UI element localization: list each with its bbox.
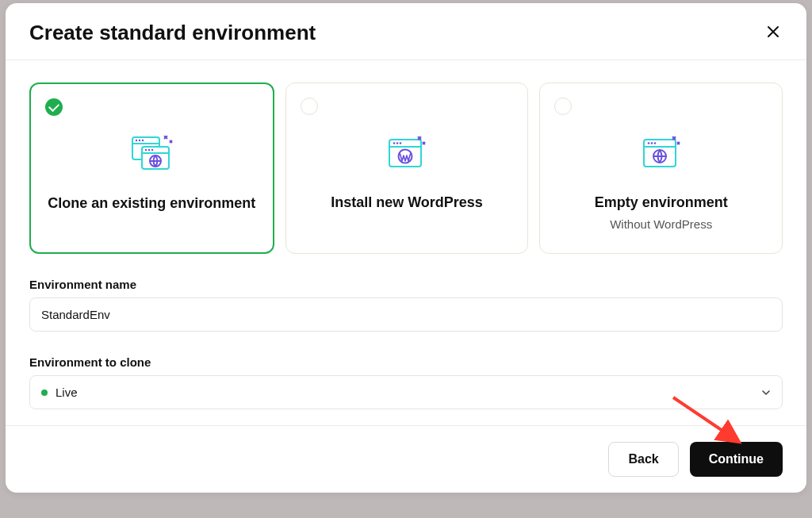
svg-point-9 <box>151 149 153 151</box>
environment-clone-label: Environment to clone <box>29 355 783 369</box>
option-empty-title: Empty environment <box>595 194 728 211</box>
close-button[interactable] <box>764 21 783 45</box>
modal-header: Create standard environment <box>6 3 806 60</box>
svg-point-19 <box>396 142 399 144</box>
svg-point-7 <box>145 149 147 151</box>
chevron-down-icon <box>761 388 771 397</box>
svg-point-18 <box>393 142 396 144</box>
create-environment-modal: Create standard environment <box>6 3 806 493</box>
svg-point-30 <box>653 142 656 144</box>
select-value-wrapper: Live <box>41 386 78 399</box>
modal-body: Clone an existing environment Install ne… <box>6 60 806 425</box>
environment-name-input[interactable] <box>29 297 783 332</box>
option-empty[interactable]: Empty environment Without WordPress <box>539 82 783 254</box>
status-dot-icon <box>41 389 48 396</box>
clone-icon <box>128 135 175 173</box>
option-cards: Clone an existing environment Install ne… <box>29 82 783 254</box>
environment-clone-select[interactable]: Live <box>29 375 783 409</box>
option-empty-subtitle: Without WordPress <box>610 217 712 231</box>
environment-clone-group: Environment to clone Live <box>29 355 783 409</box>
svg-point-2 <box>136 140 137 141</box>
svg-point-8 <box>148 149 150 151</box>
environment-name-group: Environment name <box>29 278 783 332</box>
svg-point-29 <box>650 142 653 144</box>
environment-name-label: Environment name <box>29 278 783 291</box>
radio-unselected-icon <box>301 98 318 115</box>
option-install-wordpress[interactable]: Install new WordPress <box>285 82 529 254</box>
svg-point-3 <box>139 140 140 141</box>
empty-env-icon <box>641 134 682 172</box>
option-clone-title: Clone an existing environment <box>48 195 255 212</box>
modal-footer: Back Continue <box>6 425 806 493</box>
close-icon <box>767 25 779 38</box>
wordpress-icon <box>386 134 427 172</box>
svg-point-28 <box>647 142 649 144</box>
svg-point-20 <box>400 142 402 144</box>
modal-title: Create standard environment <box>29 21 316 45</box>
radio-unselected-icon <box>554 98 572 115</box>
option-clone[interactable]: Clone an existing environment <box>29 82 274 254</box>
back-button[interactable]: Back <box>608 442 678 477</box>
continue-button[interactable]: Continue <box>690 442 783 477</box>
select-value: Live <box>56 386 78 399</box>
option-install-title: Install new WordPress <box>331 194 483 211</box>
svg-point-4 <box>142 140 144 141</box>
radio-selected-icon <box>45 98 63 116</box>
